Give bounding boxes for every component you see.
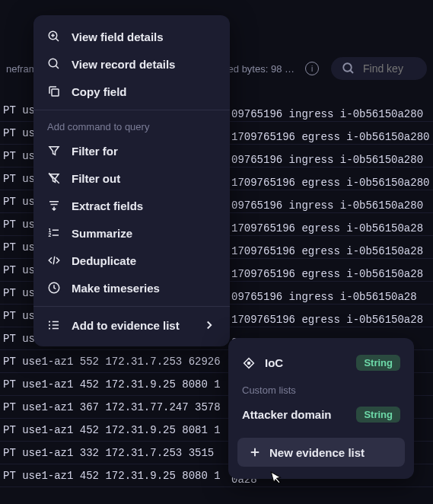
view-record-details-item[interactable]: View record details (33, 50, 230, 78)
type-badge: String (356, 407, 400, 423)
clock-icon (47, 281, 61, 295)
menu-label: Filter for (72, 145, 118, 158)
plus-icon (248, 445, 262, 459)
svg-point-0 (343, 63, 352, 72)
diamond-icon (242, 356, 256, 370)
menu-divider (33, 306, 230, 307)
filter-for-item[interactable]: Filter for (33, 137, 230, 164)
scanned-bytes-label: ned bytes: 98 … (222, 63, 295, 75)
new-evidence-button[interactable]: New evidence list (237, 438, 405, 467)
context-menu: View field details View record details C… (33, 15, 230, 346)
deduplicate-item[interactable]: Deduplicate (33, 247, 230, 274)
submenu-label: Attacker domain (242, 408, 332, 421)
add-evidence-item[interactable]: Add to evidence list (33, 311, 230, 339)
menu-section-query: Add command to query (33, 115, 230, 137)
menu-label: View record details (72, 58, 175, 71)
zoom-in-icon (47, 30, 61, 43)
search-input[interactable] (363, 62, 416, 75)
type-badge: String (356, 355, 400, 371)
submenu-label: IoC (265, 356, 283, 369)
menu-label: Copy field (72, 85, 127, 98)
svg-line-1 (350, 70, 353, 73)
info-icon[interactable]: i (305, 62, 319, 75)
svg-rect-8 (52, 89, 59, 96)
filter-out-icon (47, 171, 61, 185)
svg-line-7 (56, 65, 59, 69)
filter-for-icon (47, 144, 61, 158)
svg-line-3 (56, 38, 59, 41)
button-label: New evidence list (269, 446, 365, 459)
menu-label: Summarize (72, 227, 132, 240)
svg-text:2: 2 (49, 232, 52, 238)
menu-label: Extract fields (72, 199, 143, 212)
search-icon (47, 57, 61, 71)
filter-out-item[interactable]: Filter out (33, 164, 230, 192)
evidence-submenu: IoC String Custom lists Attacker domain … (228, 338, 414, 479)
search-container[interactable] (331, 57, 427, 80)
chevron-right-icon (202, 318, 216, 332)
list-add-icon (47, 318, 61, 332)
ioc-item[interactable]: IoC String (228, 347, 414, 378)
copy-field-item[interactable]: Copy field (33, 78, 230, 105)
svg-point-25 (248, 362, 250, 364)
extract-icon (47, 199, 61, 212)
make-timeseries-item[interactable]: Make timeseries (33, 274, 230, 301)
menu-divider (33, 110, 230, 110)
custom-lists-title: Custom lists (228, 378, 414, 399)
menu-label: Deduplicate (72, 254, 136, 267)
summarize-icon: 12 (47, 226, 61, 240)
search-icon (342, 62, 355, 75)
extract-fields-item[interactable]: Extract fields (33, 192, 230, 219)
code-icon (47, 254, 61, 267)
copy-icon (47, 85, 61, 98)
view-field-details-item[interactable]: View field details (33, 23, 230, 50)
svg-text:1: 1 (49, 228, 52, 233)
menu-label: Add to evidence list (72, 319, 180, 332)
menu-label: Make timeseries (72, 282, 160, 295)
summarize-item[interactable]: 12 Summarize (33, 219, 230, 247)
attacker-domain-item[interactable]: Attacker domain String (228, 399, 414, 430)
svg-point-6 (49, 59, 57, 67)
menu-label: View field details (72, 30, 164, 43)
svg-line-16 (53, 257, 55, 265)
menu-label: Filter out (72, 172, 120, 185)
